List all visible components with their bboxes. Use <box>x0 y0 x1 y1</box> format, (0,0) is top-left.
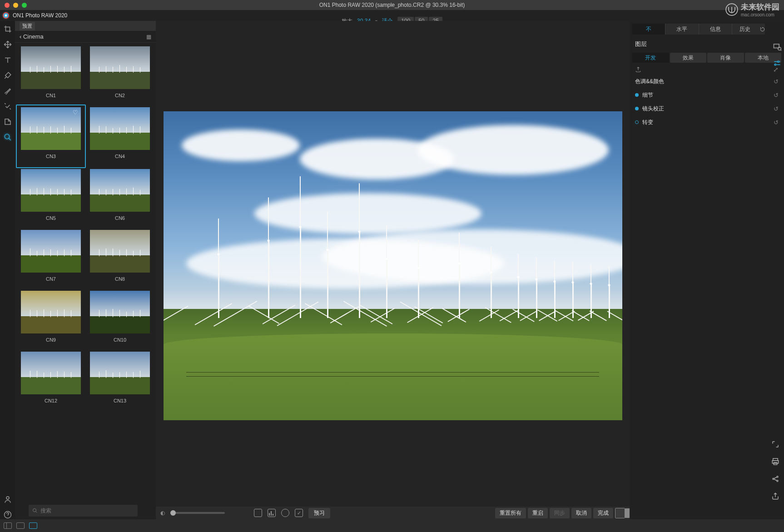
section-label: 色调&&颜色 <box>635 78 664 85</box>
export-icon[interactable] <box>635 66 641 73</box>
app-logo-icon <box>2 11 10 20</box>
hist-mode-icon[interactable] <box>268 509 276 517</box>
share-nodes-icon[interactable] <box>770 474 780 484</box>
preset-cn6[interactable]: CN6 <box>88 169 152 226</box>
preset-cn7[interactable]: CN7 <box>19 230 83 287</box>
preset-search[interactable] <box>29 505 138 517</box>
favorite-icon[interactable]: ♡ <box>73 109 78 116</box>
close-window-button[interactable] <box>5 3 10 8</box>
search-icon <box>32 508 38 513</box>
preset-back-button[interactable]: ‹ Cinema <box>20 33 44 40</box>
restart-button[interactable]: 重启 <box>528 508 548 518</box>
mask-tool[interactable] <box>3 117 12 126</box>
cancel-button[interactable]: 取消 <box>571 508 591 518</box>
preset-cn4[interactable]: CN4 <box>88 107 152 165</box>
preset-header: 预置 <box>15 21 156 31</box>
window-title: ON1 Photo RAW 2020 (sample_photo.CR2 @ 3… <box>319 2 465 8</box>
section-reset-icon[interactable]: ↺ <box>774 92 779 99</box>
section-dot-icon <box>635 120 639 124</box>
help-icon[interactable] <box>3 510 12 519</box>
reset-all-button[interactable]: 重置所有 <box>495 508 526 518</box>
preview-button[interactable]: 预习 <box>308 508 330 518</box>
opacity-slider[interactable] <box>170 512 225 514</box>
grid-view-icon[interactable]: ▦ <box>146 34 151 40</box>
canvas-toolbar: ◐ ✓ 预习 重置所有 重启 同步 取消 完成 <box>156 507 630 519</box>
print-icon[interactable] <box>770 457 780 467</box>
minimize-window-button[interactable] <box>13 3 18 8</box>
preset-label: CN12 <box>45 398 57 403</box>
heal-tool[interactable] <box>3 102 12 111</box>
preset-cn13[interactable]: CN13 <box>88 352 152 409</box>
maximize-window-button[interactable] <box>22 3 27 8</box>
move-tool[interactable] <box>3 40 12 49</box>
adjust-brush-tool[interactable] <box>3 71 12 80</box>
right-tool-strip <box>772 42 782 68</box>
expand-fullscreen-icon[interactable] <box>770 439 780 449</box>
check-mode-icon[interactable]: ✓ <box>295 509 303 517</box>
preset-cn2[interactable]: CN2 <box>88 46 152 104</box>
app-name: ON1 Photo RAW 2020 <box>13 12 67 19</box>
opacity-icon: ◐ <box>160 510 165 516</box>
preset-cn12[interactable]: CN12 <box>19 352 83 409</box>
preset-cn5[interactable]: CN5 <box>19 169 83 226</box>
expand-row: ⤢ <box>630 65 784 75</box>
photo-canvas[interactable] <box>164 111 622 420</box>
preset-cn8[interactable]: CN8 <box>88 230 152 287</box>
share-icon[interactable] <box>770 491 780 501</box>
layout-dual-icon[interactable] <box>4 522 12 529</box>
tab-info[interactable]: 信息 <box>699 24 732 35</box>
square-mode-icon[interactable] <box>254 509 262 517</box>
status-bar <box>0 519 784 532</box>
title-bar: ON1 Photo RAW 2020 (sample_photo.CR2 @ 3… <box>0 0 784 10</box>
preset-label: CN2 <box>115 93 125 98</box>
tab-none[interactable]: 不 <box>632 24 665 35</box>
preset-header-label[interactable]: 预置 <box>20 22 35 30</box>
canvas-area: ◐ ✓ 预习 重置所有 重启 同步 取消 完成 <box>156 21 630 519</box>
svg-point-13 <box>777 476 778 477</box>
preset-cn1[interactable]: CN1 <box>19 46 83 104</box>
section-reset-icon[interactable]: ↺ <box>774 78 779 85</box>
section-0[interactable]: 色调&&颜色↺ <box>630 75 784 88</box>
subtab-portrait[interactable]: 肖像 <box>707 53 744 63</box>
preset-label: CN5 <box>46 215 56 221</box>
section-3[interactable]: 转变↺ <box>630 115 784 129</box>
svg-point-8 <box>774 64 776 65</box>
section-reset-icon[interactable]: ↺ <box>774 119 779 126</box>
watermark: 未来软件园 mac.orsoon.com <box>725 2 779 17</box>
crop-tool[interactable] <box>3 25 12 34</box>
preset-label: CN13 <box>114 398 126 403</box>
right-panel: 不 水平 信息 历史 图层 开发 效果 肖像 本地 ⤢ 色调&&颜色↺细节↺镜头… <box>630 21 784 519</box>
svg-point-4 <box>33 509 36 512</box>
panel-toggle-right-icon[interactable] <box>615 508 625 518</box>
tab-level[interactable]: 水平 <box>665 24 698 35</box>
preset-search-input[interactable] <box>40 507 134 514</box>
user-profile-icon[interactable] <box>3 495 12 504</box>
section-1[interactable]: 细节↺ <box>630 88 784 102</box>
subtab-develop[interactable]: 开发 <box>632 53 669 63</box>
preset-breadcrumb: ‹ Cinema ▦ <box>15 31 156 43</box>
layout-filmstrip-icon[interactable] <box>16 522 25 529</box>
text-tool[interactable] <box>3 55 12 65</box>
right-tabs: 不 水平 信息 历史 <box>632 24 765 35</box>
preset-cn3[interactable]: ♡ CN3 <box>16 104 86 168</box>
module-tabs: 开发 效果 肖像 本地 <box>632 53 781 63</box>
sync-button[interactable]: 同步 <box>550 508 570 518</box>
brush-tool[interactable] <box>3 86 12 95</box>
sliders-icon[interactable] <box>772 58 782 68</box>
preset-label: CN6 <box>115 215 125 221</box>
svg-point-2 <box>6 497 9 499</box>
watermark-sub: mac.orsoon.com <box>741 12 779 17</box>
section-2[interactable]: 镜头校正↺ <box>630 102 784 115</box>
preset-cn10[interactable]: CN10 <box>88 291 152 348</box>
section-reset-icon[interactable]: ↺ <box>774 105 779 112</box>
tab-history[interactable]: 历史 <box>732 24 765 35</box>
preset-label: CN4 <box>115 154 125 159</box>
section-dot-icon <box>635 107 639 110</box>
navigator-icon[interactable] <box>772 42 782 52</box>
circle-mode-icon[interactable] <box>281 509 289 517</box>
preset-cn9[interactable]: CN9 <box>19 291 83 348</box>
layout-single-icon[interactable] <box>29 522 37 529</box>
done-button[interactable]: 完成 <box>593 508 613 518</box>
subtab-effects[interactable]: 效果 <box>670 53 707 63</box>
zoom-tool[interactable] <box>3 133 12 142</box>
